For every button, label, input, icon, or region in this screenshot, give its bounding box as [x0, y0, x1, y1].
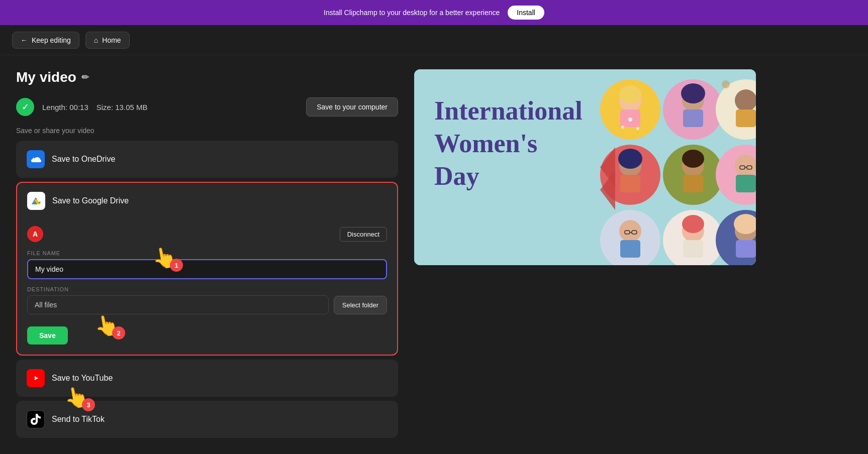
svg-point-23	[618, 149, 642, 169]
banner-text: Install Clipchamp to your desktop for a …	[324, 9, 500, 17]
keep-editing-button[interactable]: ← Keep editing	[12, 32, 79, 49]
svg-point-51	[621, 126, 624, 129]
svg-point-27	[682, 150, 704, 168]
svg-rect-42	[683, 240, 703, 258]
svg-rect-26	[683, 175, 703, 192]
left-panel: My video ✏ ✓ Length: 00:13 Size: 13.05 M…	[16, 69, 398, 438]
svg-point-35	[619, 220, 641, 242]
onedrive-icon	[27, 150, 45, 168]
video-preview: International Women's Day	[414, 69, 756, 265]
svg-point-52	[636, 127, 639, 130]
home-button[interactable]: ⌂ Home	[85, 32, 130, 49]
youtube-label: Save to YouTube	[52, 374, 113, 383]
file-name-input[interactable]	[27, 259, 387, 279]
svg-rect-36	[620, 240, 640, 258]
select-folder-button[interactable]: Select folder	[334, 296, 387, 314]
youtube-option[interactable]: Save to YouTube	[16, 360, 398, 397]
file-name-label: FILE NAME	[27, 250, 387, 256]
gdrive-label: Save to Google Drive	[52, 196, 129, 205]
nav-bar: ← Keep editing ⌂ Home	[0, 25, 868, 55]
tiktok-label: Send to TikTok	[52, 415, 105, 424]
onedrive-label: Save to OneDrive	[52, 155, 115, 164]
install-banner: Install Clipchamp to your desktop for a …	[0, 0, 868, 25]
video-info-row: ✓ Length: 00:13 Size: 13.05 MB Save to y…	[16, 97, 398, 117]
save-share-label: Save or share your video	[16, 127, 398, 135]
page-title-row: My video ✏	[16, 69, 398, 85]
install-button[interactable]: Install	[508, 6, 544, 20]
video-length: Length: 00:13	[42, 103, 88, 111]
svg-text:Women's: Women's	[434, 129, 537, 158]
svg-rect-12	[683, 109, 703, 127]
gdrive-icon	[27, 192, 45, 210]
file-name-field: FILE NAME	[27, 250, 387, 279]
right-panel: International Women's Day	[414, 69, 852, 438]
destination-label: DESTINATION	[27, 286, 387, 292]
svg-rect-46	[736, 240, 756, 258]
svg-point-15	[735, 89, 756, 111]
tiktok-option[interactable]: Send to TikTok	[16, 401, 398, 438]
svg-text:International: International	[434, 96, 583, 125]
svg-point-17	[722, 80, 730, 88]
edit-title-icon[interactable]: ✏	[81, 72, 89, 83]
save-to-computer-button[interactable]: Save to your computer	[306, 97, 398, 117]
destination-row: All files Select folder	[27, 295, 387, 314]
account-avatar: A	[27, 226, 43, 242]
svg-point-43	[682, 215, 704, 233]
svg-point-29	[735, 155, 756, 177]
main-content: My video ✏ ✓ Length: 00:13 Size: 13.05 M…	[0, 55, 868, 452]
svg-text:Day: Day	[434, 162, 479, 190]
account-row: A Disconnect	[27, 226, 387, 242]
svg-point-9	[619, 85, 641, 103]
disconnect-button[interactable]: Disconnect	[340, 227, 387, 242]
video-size: Size: 13.05 MB	[97, 103, 148, 111]
back-arrow-icon: ←	[21, 36, 28, 44]
page-title: My video	[16, 69, 76, 85]
save-options-list: Save to OneDrive Save to Google Drive	[16, 141, 398, 438]
svg-rect-22	[620, 175, 640, 192]
tiktok-icon	[27, 410, 45, 428]
googledrive-header[interactable]: Save to Google Drive	[17, 183, 397, 219]
gdrive-form: A Disconnect FILE NAME DESTINATION All f…	[17, 226, 397, 355]
svg-rect-16	[736, 109, 756, 127]
destination-value: All files	[27, 295, 329, 314]
save-gdrive-button[interactable]: Save	[27, 326, 68, 345]
svg-point-50	[628, 118, 632, 122]
onedrive-option[interactable]: Save to OneDrive	[16, 141, 398, 178]
check-circle-icon: ✓	[16, 98, 34, 116]
destination-field: DESTINATION All files Select folder	[27, 286, 387, 314]
googledrive-option: Save to Google Drive A Disconnect FILE N…	[16, 182, 398, 356]
home-icon: ⌂	[94, 36, 98, 44]
youtube-icon	[27, 369, 45, 387]
svg-rect-30	[736, 175, 756, 192]
svg-point-13	[681, 83, 705, 103]
